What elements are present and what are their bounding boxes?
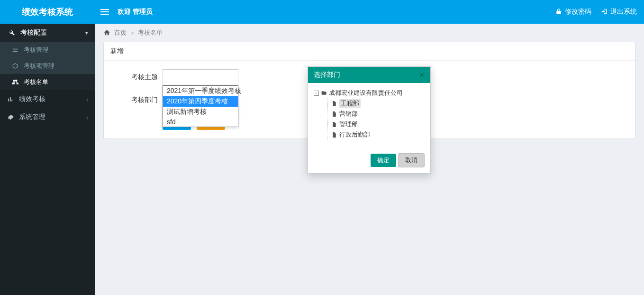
sidebar-group-label: 绩效考核	[19, 95, 45, 103]
modal-ok-button[interactable]: 确定	[371, 154, 396, 167]
theme-label: 考核主题	[115, 73, 158, 82]
sidebar: 考核配置 ▾ 考核管理 考核项管理 考核名单 绩效考核 ‹ 系统管理	[0, 24, 95, 295]
tree-node[interactable]: 工程部	[331, 98, 425, 109]
file-icon	[331, 111, 337, 118]
change-password-link[interactable]: 修改密码	[555, 8, 591, 16]
modal-title: 选择部门	[314, 71, 340, 79]
dept-tree: − 成都宏业建设有限责任公司 工程部营销部管理部行政后勤部	[314, 88, 425, 140]
dept-label: 考核部门	[115, 96, 158, 104]
tree-root[interactable]: − 成都宏业建设有限责任公司	[314, 88, 425, 98]
modal-body: − 成都宏业建设有限责任公司 工程部营销部管理部行政后勤部	[308, 83, 430, 149]
sidebar-item-assessment-item-mgmt[interactable]: 考核项管理	[0, 58, 95, 74]
tree-node[interactable]: 管理部	[331, 119, 425, 129]
folder-open-icon	[321, 90, 327, 97]
theme-dropdown: 2021年第一季度绩效考核2020年第四季度考核测试新增考核sfd	[163, 85, 238, 127]
sidebar-group-label: 系统管理	[19, 113, 45, 121]
file-icon	[331, 121, 337, 128]
modal-cancel-button[interactable]: 取消	[398, 153, 425, 167]
sidebar-group-performance[interactable]: 绩效考核 ‹	[0, 90, 95, 108]
top-bar: 绩效考核系统 欢迎 管理员 修改密码 退出系统	[0, 0, 644, 24]
theme-select[interactable]: 2021年第一季度绩效考核2020年第四季度考核测试新增考核sfd	[163, 69, 238, 85]
panel-body: 考核主题 2021年第一季度绩效考核2020年第四季度考核测试新增考核sfd 考…	[104, 61, 635, 138]
welcome-text: 欢迎 管理员	[118, 8, 153, 16]
logout-label: 退出系统	[610, 8, 637, 16]
theme-option[interactable]: 2021年第一季度绩效考核	[163, 86, 238, 96]
bar-chart-icon	[7, 96, 14, 102]
logout-link[interactable]: 退出系统	[601, 8, 637, 16]
top-right: 修改密码 退出系统	[555, 8, 644, 16]
home-icon	[103, 29, 110, 37]
top-left: 欢迎 管理员	[95, 8, 153, 16]
breadcrumb-current: 考核名单	[138, 28, 163, 37]
users-icon	[11, 79, 19, 85]
panel-title: 新增	[104, 42, 635, 61]
dept-picker-modal: 选择部门 × − 成都宏业建设有限责任公司 工程部营销部管理部行政后勤部	[308, 66, 431, 174]
list-icon	[11, 46, 19, 53]
sidebar-submenu-assessment-config: 考核管理 考核项管理 考核名单	[0, 42, 95, 90]
main-area: 首页 > 考核名单 新增 考核主题 2021年第一季度绩效考核2020年第四季度…	[95, 24, 644, 295]
tree-node[interactable]: 营销部	[331, 109, 425, 119]
breadcrumb-separator: >	[130, 29, 134, 37]
close-icon[interactable]: ×	[419, 71, 425, 79]
theme-select-input[interactable]	[163, 69, 238, 85]
tree-node-label: 工程部	[339, 99, 361, 108]
logout-icon	[601, 8, 608, 16]
menu-toggle-icon[interactable]	[100, 8, 109, 16]
breadcrumb: 首页 > 考核名单	[95, 24, 644, 42]
theme-option[interactable]: 2020年第四季度考核	[163, 96, 238, 107]
chevron-left-icon: ‹	[86, 114, 88, 120]
tree-collapse-icon[interactable]: −	[314, 91, 319, 96]
lock-icon	[555, 8, 562, 16]
sidebar-group-label: 考核配置	[20, 28, 47, 37]
cube-icon	[11, 63, 19, 69]
sidebar-group-assessment-config[interactable]: 考核配置 ▾	[0, 24, 95, 42]
sidebar-item-label: 考核管理	[24, 46, 48, 54]
theme-option[interactable]: sfd	[163, 117, 238, 127]
sidebar-item-assessment-mgmt[interactable]: 考核管理	[0, 42, 95, 58]
tree-node[interactable]: 行政后勤部	[331, 129, 425, 140]
modal-header: 选择部门 ×	[308, 67, 430, 83]
theme-option[interactable]: 测试新增考核	[163, 107, 238, 117]
sidebar-item-label: 考核项管理	[24, 62, 54, 70]
chevron-down-icon: ▾	[85, 30, 88, 36]
tree-node-label: 行政后勤部	[339, 130, 370, 139]
file-icon	[331, 100, 337, 107]
breadcrumb-home[interactable]: 首页	[114, 28, 127, 37]
modal-footer: 确定 取消	[308, 149, 430, 173]
sidebar-group-system[interactable]: 系统管理 ‹	[0, 108, 95, 126]
tree-node-label: 管理部	[339, 120, 358, 129]
chevron-left-icon: ‹	[86, 96, 88, 102]
sidebar-item-assessment-roster[interactable]: 考核名单	[0, 74, 95, 90]
tree-node-label: 营销部	[339, 110, 358, 118]
wrench-icon	[8, 29, 16, 36]
gear-icon	[7, 114, 14, 120]
file-icon	[331, 131, 337, 138]
panel: 新增 考核主题 2021年第一季度绩效考核2020年第四季度考核测试新增考核sf…	[103, 42, 635, 139]
app-title: 绩效考核系统	[0, 0, 95, 24]
sidebar-item-label: 考核名单	[24, 78, 48, 86]
change-password-label: 修改密码	[565, 8, 591, 16]
tree-children: 工程部营销部管理部行政后勤部	[327, 98, 425, 140]
tree-root-label: 成都宏业建设有限责任公司	[329, 89, 403, 97]
